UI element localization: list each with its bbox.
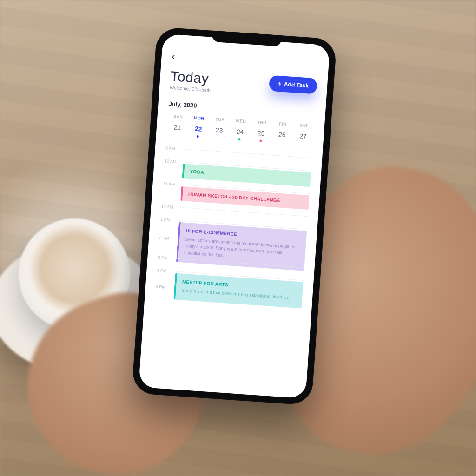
time-label: 3 PM — [158, 253, 177, 261]
timeline[interactable]: 9 AM 10 AM YOGA 11 AM HUMAN SKETCH - 30 … — [156, 144, 312, 299]
event-dot-icon — [259, 139, 262, 142]
day-cell[interactable]: TUE 23 — [208, 117, 231, 140]
day-of-week: WED — [230, 118, 251, 124]
page-title: Today — [170, 68, 212, 87]
header-text: Today Welcome, Elizabeth — [170, 68, 212, 93]
day-number: 26 — [271, 130, 293, 139]
day-number: 25 — [251, 129, 272, 138]
day-number: 23 — [209, 126, 230, 135]
event-title: HUMAN SKETCH - 30 DAY CHALLENGE — [188, 192, 304, 205]
event-dot-icon — [238, 138, 241, 140]
day-number: 22 — [188, 125, 209, 133]
day-of-week: TUE — [209, 117, 231, 123]
day-cell-selected[interactable]: MON 22 — [187, 115, 210, 139]
time-label: 11 AM — [163, 179, 182, 187]
time-label: 10 AM — [165, 157, 184, 165]
time-label: 9 AM — [165, 144, 185, 152]
day-of-week: MON — [188, 115, 210, 121]
app-screen: ‹ Today Welcome, Elizabeth + Add Task Ju… — [139, 33, 330, 398]
time-label: 2 PM — [159, 234, 178, 242]
day-number: 21 — [167, 123, 188, 132]
day-of-week: THU — [251, 119, 272, 126]
time-label: 1 PM — [160, 215, 179, 223]
week-strip: SAN 21 MON 22 TUE 23 WED 24 THU 25 — [166, 113, 315, 145]
day-cell[interactable]: SAT 27 — [292, 122, 314, 145]
day-of-week: FRI — [272, 121, 293, 127]
day-number: 24 — [230, 127, 251, 136]
event-dot-icon — [197, 135, 199, 138]
plus-icon: + — [277, 80, 281, 87]
day-cell[interactable]: SAN 21 — [166, 113, 189, 137]
day-cell[interactable]: FRI 26 — [271, 121, 293, 144]
header: Today Welcome, Elizabeth + Add Task — [170, 68, 318, 100]
phone-frame: ‹ Today Welcome, Elizabeth + Add Task Ju… — [132, 26, 337, 405]
day-number: 27 — [292, 132, 314, 140]
time-label: 4 PM — [157, 266, 176, 274]
event-title: YOGA — [190, 169, 305, 182]
add-task-button[interactable]: + Add Task — [269, 75, 317, 94]
time-label: 5 PM — [156, 283, 175, 291]
chevron-left-icon: ‹ — [172, 51, 175, 61]
day-cell[interactable]: WED 24 — [229, 118, 251, 141]
day-of-week: SAT — [293, 122, 315, 128]
day-cell[interactable]: THU 25 — [250, 119, 272, 143]
day-of-week: SAN — [167, 113, 189, 119]
add-task-label: Add Task — [284, 81, 309, 89]
time-label: 12 AM — [161, 202, 180, 210]
back-button[interactable]: ‹ — [172, 51, 175, 62]
